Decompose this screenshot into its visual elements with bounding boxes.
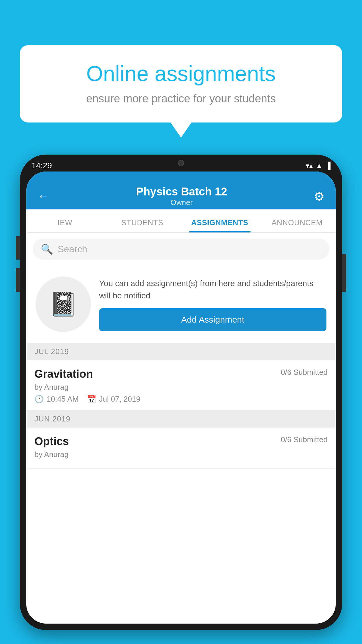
- assignment-name-gravitation: Gravitation: [34, 368, 93, 380]
- screen: ← Physics Batch 12 Owner ⚙ IEW STUDENTS …: [26, 172, 336, 624]
- assignment-top: Gravitation 0/6 Submitted: [34, 368, 328, 380]
- header-title: Physics Batch 12: [136, 186, 227, 198]
- section-header-jul: JUL 2019: [26, 343, 336, 360]
- tab-students[interactable]: STUDENTS: [104, 218, 181, 232]
- phone-frame: 14:29 ▾▴ ▲ ▐ ← Physics Batch 12 Owner ⚙ …: [20, 155, 342, 630]
- assignment-submitted-optics: 0/6 Submitted: [281, 435, 328, 444]
- tabs-bar: IEW STUDENTS ASSIGNMENTS ANNOUNCЕМ: [26, 209, 336, 233]
- battery-icon: ▐: [326, 162, 331, 170]
- tab-overview[interactable]: IEW: [26, 218, 104, 232]
- header-subtitle: Owner: [136, 198, 227, 207]
- speech-bubble-subtitle: ensure more practice for your students: [39, 92, 323, 105]
- assignment-top-optics: Optics 0/6 Submitted: [34, 435, 328, 448]
- section-header-jun: JUN 2019: [26, 410, 336, 428]
- search-container: 🔍 Search: [26, 233, 336, 265]
- tab-announcements[interactable]: ANNOUNCЕМ: [259, 218, 336, 232]
- signal-icon: ▲: [316, 162, 323, 170]
- tab-assignments[interactable]: ASSIGNMENTS: [181, 218, 259, 232]
- empty-text: You can add assignment(s) from here and …: [99, 277, 326, 302]
- app-header: ← Physics Batch 12 Owner ⚙: [26, 172, 336, 209]
- assignment-submitted-gravitation: 0/6 Submitted: [281, 368, 328, 377]
- add-assignment-button[interactable]: Add Assignment: [99, 308, 326, 331]
- assignment-icon-circle: 📓: [36, 276, 91, 332]
- search-placeholder: Search: [58, 244, 87, 255]
- status-icons: ▾▴ ▲ ▐: [306, 162, 331, 170]
- search-icon: 🔍: [41, 243, 53, 255]
- volume-down-button[interactable]: [16, 268, 20, 292]
- assignment-date: Jul 07, 2019: [99, 395, 140, 404]
- wifi-icon: ▾▴: [306, 162, 313, 170]
- power-button[interactable]: [342, 254, 346, 292]
- assignment-item-gravitation[interactable]: Gravitation 0/6 Submitted by Anurag 🕐 10…: [26, 360, 336, 410]
- meta-time: 🕐 10:45 AM: [34, 395, 79, 404]
- speech-bubble-container: Online assignments ensure more practice …: [20, 45, 342, 123]
- assignment-name-optics: Optics: [34, 435, 69, 448]
- status-time: 14:29: [31, 161, 52, 170]
- settings-icon[interactable]: ⚙: [314, 189, 325, 204]
- assignment-time: 10:45 AM: [47, 395, 79, 404]
- status-bar: 14:29 ▾▴ ▲ ▐: [31, 160, 331, 172]
- empty-right: You can add assignment(s) from here and …: [99, 277, 326, 331]
- calendar-icon: 📅: [87, 395, 96, 404]
- volume-up-button[interactable]: [16, 236, 20, 260]
- meta-date: 📅 Jul 07, 2019: [87, 395, 140, 404]
- header-center: Physics Batch 12 Owner: [136, 186, 227, 207]
- empty-state: 📓 You can add assignment(s) from here an…: [26, 265, 336, 343]
- clock-icon: 🕐: [34, 395, 44, 404]
- assignment-by-optics: by Anurag: [34, 450, 328, 459]
- assignment-by-gravitation: by Anurag: [34, 383, 328, 392]
- search-bar[interactable]: 🔍 Search: [33, 239, 329, 260]
- back-button[interactable]: ←: [37, 189, 50, 203]
- notebook-icon: 📓: [49, 290, 78, 318]
- speech-bubble-title: Online assignments: [39, 61, 323, 86]
- phone-wrapper: 14:29 ▾▴ ▲ ▐ ← Physics Batch 12 Owner ⚙ …: [20, 155, 342, 630]
- assignment-item-optics[interactable]: Optics 0/6 Submitted by Anurag: [26, 428, 336, 469]
- speech-bubble: Online assignments ensure more practice …: [20, 45, 342, 123]
- assignment-meta-gravitation: 🕐 10:45 AM 📅 Jul 07, 2019: [34, 395, 328, 404]
